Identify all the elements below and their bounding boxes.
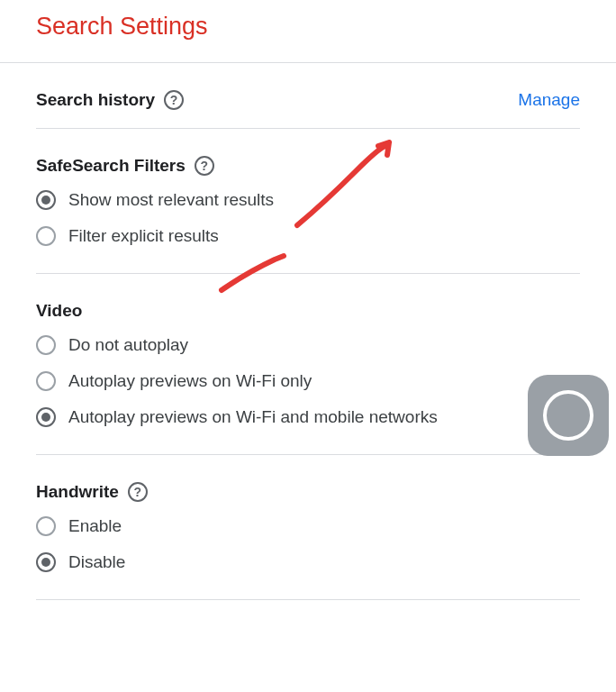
handwrite-section: Handwrite Enable Disable (0, 455, 616, 599)
option-label: Do not autoplay (68, 335, 188, 355)
help-icon[interactable] (164, 90, 184, 110)
safesearch-title-wrap: SafeSearch Filters (36, 156, 214, 176)
option-filter-explicit[interactable]: Filter explicit results (36, 226, 580, 246)
radio-icon (36, 335, 56, 355)
option-label: Disable (68, 552, 125, 572)
option-enable[interactable]: Enable (36, 516, 580, 536)
video-section: Video Do not autoplay Autoplay previews … (0, 274, 616, 454)
search-history-title: Search history (36, 90, 155, 110)
assistive-touch-button[interactable] (528, 375, 609, 456)
option-label: Filter explicit results (68, 226, 219, 246)
safesearch-title: SafeSearch Filters (36, 156, 186, 176)
divider (36, 599, 580, 600)
radio-icon (36, 516, 56, 536)
video-title-wrap: Video (36, 301, 82, 321)
circle-icon (543, 390, 593, 441)
handwrite-title: Handwrite (36, 482, 119, 502)
page-title: Search Settings (0, 0, 616, 62)
help-icon[interactable] (128, 482, 148, 502)
settings-page: Search Settings Search history Manage Sa… (0, 0, 616, 692)
search-history-section: Search history Manage (0, 63, 616, 128)
help-icon[interactable] (195, 156, 214, 176)
option-disable[interactable]: Disable (36, 552, 580, 572)
radio-icon (36, 190, 56, 210)
radio-icon (36, 407, 56, 427)
radio-icon (36, 371, 56, 391)
option-label: Show most relevant results (68, 190, 274, 210)
option-label: Autoplay previews on Wi-Fi and mobile ne… (68, 407, 438, 427)
option-label: Enable (68, 516, 122, 536)
option-label: Autoplay previews on Wi-Fi only (68, 371, 312, 391)
handwrite-title-wrap: Handwrite (36, 482, 148, 502)
radio-icon (36, 552, 56, 572)
option-no-autoplay[interactable]: Do not autoplay (36, 335, 580, 355)
safesearch-section: SafeSearch Filters Show most relevant re… (0, 129, 616, 273)
radio-icon (36, 226, 56, 246)
video-title: Video (36, 301, 82, 321)
search-history-title-wrap: Search history (36, 90, 184, 110)
video-options: Do not autoplay Autoplay previews on Wi-… (36, 330, 580, 454)
manage-link[interactable]: Manage (518, 90, 580, 110)
option-autoplay-wifi[interactable]: Autoplay previews on Wi-Fi only (36, 371, 580, 391)
safesearch-options: Show most relevant results Filter explic… (36, 185, 580, 273)
handwrite-options: Enable Disable (36, 511, 580, 599)
option-autoplay-wifi-mobile[interactable]: Autoplay previews on Wi-Fi and mobile ne… (36, 407, 580, 427)
option-show-relevant[interactable]: Show most relevant results (36, 190, 580, 210)
